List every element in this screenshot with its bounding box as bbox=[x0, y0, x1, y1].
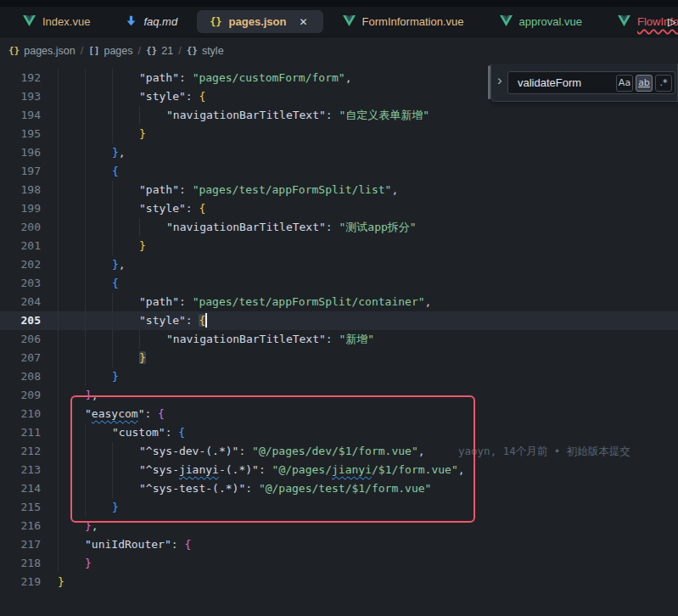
line-number[interactable]: 198 bbox=[0, 181, 41, 199]
code-line[interactable]: 213"^sys-jianyi-(.*)": "@/pages/jianyi/$… bbox=[0, 461, 678, 479]
tab-forminformation-vue[interactable]: FormInformation.vue bbox=[325, 7, 482, 36]
json-punct: : bbox=[326, 109, 339, 121]
breadcrumb-item-style[interactable]: {}style bbox=[187, 45, 224, 57]
breadcrumb-item-pages[interactable]: []pages bbox=[88, 45, 132, 57]
find-expand-chevron-icon[interactable]: › bbox=[497, 72, 502, 89]
code-line[interactable]: 206"navigationBarTitleText": "新增" bbox=[0, 330, 678, 349]
line-number[interactable]: 217 bbox=[0, 535, 41, 554]
json-punct: : bbox=[238, 445, 252, 457]
object-symbol-icon: {} bbox=[187, 45, 198, 56]
tab-flowinfo-vu[interactable]: FlowInfo.vu bbox=[600, 7, 678, 36]
editor-code-area[interactable]: 192"path": "pages/customForm/form",193"s… bbox=[0, 64, 678, 616]
indent-guides bbox=[58, 386, 85, 405]
tab-pages-json[interactable]: {}pages.json✕ bbox=[197, 10, 322, 33]
code-line[interactable]: 215} bbox=[0, 498, 678, 517]
line-number[interactable]: 216 bbox=[0, 517, 41, 535]
tab-overflow-chevron-icon[interactable]: ▷ bbox=[668, 15, 676, 28]
line-number[interactable]: 192 bbox=[0, 69, 41, 87]
code-line[interactable]: 212"^sys-dev-(.*)": "@/pages/dev/$1/form… bbox=[0, 442, 678, 461]
code-line[interactable]: 218} bbox=[0, 554, 678, 573]
line-number[interactable]: 213 bbox=[0, 461, 41, 479]
tab-label: approval.vue bbox=[519, 15, 582, 28]
json-string: "pages/customForm/form" bbox=[193, 71, 345, 84]
line-number[interactable]: 200 bbox=[0, 218, 41, 237]
markdown-arrow-icon bbox=[126, 15, 137, 29]
tab-approval-vue[interactable]: approval.vue bbox=[482, 7, 600, 36]
tab-faq-md[interactable]: faq.md bbox=[108, 7, 195, 36]
line-number[interactable]: 195 bbox=[0, 125, 41, 143]
json-punct: { bbox=[112, 165, 119, 177]
line-number[interactable]: 212 bbox=[0, 442, 41, 461]
line-number[interactable]: 197 bbox=[0, 162, 41, 181]
indent-guides bbox=[58, 405, 85, 423]
code-line[interactable]: 201} bbox=[0, 237, 678, 255]
line-number[interactable]: 214 bbox=[0, 479, 41, 498]
code-line[interactable]: 204"path": "pages/test/appFormSplit/cont… bbox=[0, 293, 678, 311]
json-punct: } bbox=[112, 501, 119, 513]
json-punct: } bbox=[139, 351, 146, 364]
indent-guides bbox=[58, 106, 166, 125]
array-symbol-icon: [] bbox=[88, 45, 99, 56]
line-number[interactable]: 219 bbox=[0, 573, 41, 591]
code-line[interactable]: 203{ bbox=[0, 274, 678, 293]
code-line[interactable]: 195} bbox=[0, 125, 678, 143]
code-line[interactable]: 216}, bbox=[0, 517, 678, 535]
line-number[interactable]: 194 bbox=[0, 106, 41, 125]
line-number[interactable]: 201 bbox=[0, 237, 41, 255]
line-number[interactable]: 193 bbox=[0, 87, 41, 106]
match-case-button[interactable]: Aa bbox=[616, 75, 633, 92]
line-number[interactable]: 206 bbox=[0, 330, 41, 349]
line-number[interactable]: 207 bbox=[0, 349, 41, 367]
code-line[interactable]: 207} bbox=[0, 349, 678, 367]
code-line[interactable]: 209], bbox=[0, 386, 678, 405]
line-number[interactable]: 203 bbox=[0, 274, 41, 293]
line-number[interactable]: 205 bbox=[0, 311, 41, 330]
code-line[interactable]: 202}, bbox=[0, 255, 678, 274]
code-line[interactable]: 198"path": "pages/test/appFormSplit/list… bbox=[0, 181, 678, 199]
code-line[interactable]: 211"custom": { bbox=[0, 423, 678, 442]
indent-guides bbox=[58, 479, 139, 498]
git-blame-annotation: yaoyn, 14个月前 • 初始版本提交 bbox=[458, 442, 630, 461]
breadcrumb-item-21[interactable]: {}21 bbox=[146, 45, 173, 57]
line-number[interactable]: 209 bbox=[0, 386, 41, 405]
line-number[interactable]: 215 bbox=[0, 498, 41, 517]
indent-guides bbox=[58, 143, 112, 162]
code-line[interactable]: 210"easycom": { bbox=[0, 405, 678, 423]
tab-close-icon[interactable]: ✕ bbox=[297, 15, 311, 29]
line-number[interactable]: 211 bbox=[0, 423, 41, 442]
indent-guides bbox=[58, 498, 112, 517]
json-key: "path" bbox=[139, 295, 179, 308]
tab-index-vue[interactable]: Index.vue bbox=[5, 7, 108, 36]
code-line[interactable]: 194"navigationBarTitleText": "自定义表单新增" bbox=[0, 106, 678, 125]
whole-word-button[interactable]: ab bbox=[636, 75, 653, 92]
regex-button[interactable]: .* bbox=[655, 75, 672, 92]
json-string: jianyi bbox=[332, 463, 372, 476]
line-number[interactable]: 208 bbox=[0, 367, 41, 386]
json-punct: { bbox=[184, 538, 191, 551]
code-line[interactable]: 217"uniIdRouter": { bbox=[0, 535, 678, 554]
line-number[interactable]: 202 bbox=[0, 255, 41, 274]
line-number[interactable]: 210 bbox=[0, 405, 41, 423]
indent-guides bbox=[58, 125, 139, 143]
breadcrumb-item-pages-json[interactable]: {}pages.json bbox=[8, 45, 76, 57]
json-punct: : bbox=[144, 407, 158, 420]
indent-guides bbox=[58, 535, 85, 554]
line-number[interactable]: 196 bbox=[0, 143, 41, 162]
code-line[interactable]: 197{ bbox=[0, 162, 678, 181]
json-punct: : bbox=[171, 538, 185, 551]
code-line[interactable]: 208} bbox=[0, 367, 678, 386]
breadcrumb-separator: / bbox=[138, 45, 141, 57]
code-line[interactable]: 214"^sys-test-(.*)": "@/pages/test/$1/fo… bbox=[0, 479, 678, 498]
code-text: "uniIdRouter": { bbox=[85, 535, 191, 554]
code-line[interactable]: 199"style": { bbox=[0, 199, 678, 218]
code-line[interactable]: 205"style": { bbox=[0, 311, 678, 330]
code-line[interactable]: 196}, bbox=[0, 143, 678, 162]
line-number[interactable]: 218 bbox=[0, 554, 41, 573]
code-line[interactable]: 200"navigationBarTitleText": "测试app拆分" bbox=[0, 218, 678, 237]
code-line[interactable]: 219} bbox=[0, 573, 678, 591]
find-input[interactable]: validateForm Aa ab .* bbox=[507, 71, 675, 94]
json-punct: ] bbox=[85, 389, 92, 401]
line-number[interactable]: 204 bbox=[0, 293, 41, 311]
find-query-text: validateForm bbox=[518, 76, 614, 89]
line-number[interactable]: 199 bbox=[0, 199, 41, 218]
